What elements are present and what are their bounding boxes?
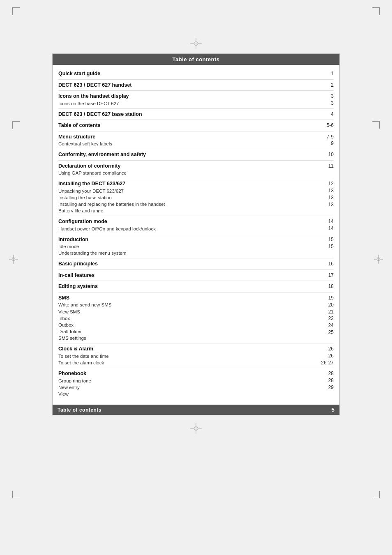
toc-right: 11 (321, 163, 334, 170)
entry-title: Introduction (58, 236, 317, 244)
entry-title: Editing systems (58, 283, 317, 290)
footer-page: 5 (332, 407, 334, 413)
entry-subtitle: Inbox (58, 315, 317, 322)
toc-left: PhonebookGroup ring toneNew entryView (58, 370, 321, 397)
corner-mark-bottom-right (372, 491, 380, 498)
entry-title: SMS (58, 295, 317, 302)
entry-title: Conformity, environment and safety (58, 151, 317, 159)
toc-entry: DECT 623 / DECT 627 handset2 (58, 80, 334, 91)
side-mark-left-top (12, 121, 20, 129)
content-box: Table of contents Quick start guide1DECT… (52, 53, 340, 415)
entry-subtitle: Installing the base station (58, 194, 317, 201)
toc-entry: Editing systems18 (58, 281, 334, 292)
toc-entry: In-call features17 (58, 270, 334, 281)
footer-label: Table of contents (58, 407, 101, 413)
toc-entry: Table of contents5-6 (58, 120, 334, 131)
entry-title: Menu structure (58, 134, 317, 141)
entry-subtitle: To set the date and time (58, 353, 317, 359)
toc-left: Conformity, environment and safety (58, 151, 321, 159)
toc-left: Configuration modeHandset power Off/On a… (58, 218, 321, 232)
entry-title: Icons on the handset display (58, 93, 317, 100)
toc-right: 192021222425 (321, 295, 334, 336)
entry-subtitle: Outbox (58, 322, 317, 328)
toc-right: 1414 (321, 218, 334, 232)
toc-body: Quick start guide1DECT 623 / DECT 627 ha… (53, 65, 339, 405)
side-mark-right-top (372, 121, 380, 129)
toc-left: DECT 623 / DECT 627 base station (58, 111, 321, 118)
entry-subtitle: Handset power Off/On and keypad lock/unl… (58, 226, 317, 232)
entry-subtitle: Unpacking your DECT 623/627 (58, 188, 317, 194)
entry-subtitle: Installing and replacing the batteries i… (58, 201, 317, 207)
entry-subtitle: Group ring tone (58, 378, 317, 384)
entry-title: Declaration of conformity (58, 163, 317, 170)
bottom-area (0, 415, 392, 506)
entry-title: DECT 623 / DECT 627 handset (58, 82, 317, 89)
entry-title: Configuration mode (58, 218, 317, 226)
toc-entry: Configuration modeHandset power Off/On a… (58, 216, 334, 234)
toc-left: Editing systems (58, 283, 321, 290)
toc-entry: SMSWrite and send new SMSView SMSInboxOu… (58, 292, 334, 343)
entry-subtitle: View (58, 391, 317, 397)
entry-subtitle: SMS settings (58, 335, 317, 341)
toc-right: 16 (321, 260, 334, 267)
side-crosshair-right (374, 255, 383, 264)
toc-entry: Basic principles16 (58, 258, 334, 270)
entry-title: Installing the DECT 623/627 (58, 180, 317, 188)
toc-left: Basic principles (58, 260, 321, 268)
toc-right: 17 (321, 272, 334, 279)
toc-entry: DECT 623 / DECT 627 base station4 (58, 109, 334, 120)
toc-left: Declaration of conformityUsing GAP stand… (58, 163, 321, 177)
entry-title: Quick start guide (58, 70, 317, 78)
toc-entry: Icons on the handset displayIcons on the… (58, 91, 334, 109)
entry-title: Clock & Alarm (58, 345, 317, 353)
entry-subtitle: New entry (58, 384, 317, 391)
entry-subtitle: Battery life and range (58, 207, 317, 214)
entry-subtitle: View SMS (58, 309, 317, 315)
toc-right: 2 (321, 82, 334, 89)
page: Table of contents Quick start guide1DECT… (0, 0, 392, 555)
entry-title: In-call features (58, 272, 317, 279)
side-crosshair-left (9, 255, 18, 264)
toc-left: Table of contents (58, 122, 321, 129)
entry-subtitle: Draft folder (58, 328, 317, 335)
entry-subtitle: Idle mode (58, 243, 317, 250)
toc-right: 4 (321, 111, 334, 118)
footer-bar: Table of contents 5 (53, 405, 339, 415)
entry-subtitle: Write and send new SMS (58, 302, 317, 308)
entry-subtitle: Contextual soft key labels (58, 140, 317, 147)
entry-subtitle: Understanding the menu system (58, 250, 317, 256)
toc-left: IntroductionIdle modeUnderstanding the m… (58, 236, 321, 257)
toc-right: 33 (321, 93, 334, 107)
toc-right: 262626-27 (321, 345, 334, 366)
entry-title: DECT 623 / DECT 627 base station (58, 111, 317, 118)
toc-entry: Declaration of conformityUsing GAP stand… (58, 161, 334, 179)
toc-left: Installing the DECT 623/627Unpacking you… (58, 180, 321, 214)
entry-subtitle: Using GAP standard compliance (58, 170, 317, 176)
header-title: Table of contents (172, 56, 219, 62)
entry-title: Phonebook (58, 370, 317, 378)
entry-subtitle: Icons on the base DECT 627 (58, 100, 317, 107)
entry-title: Basic principles (58, 260, 317, 268)
toc-left: Icons on the handset displayIcons on the… (58, 93, 321, 107)
toc-left: SMSWrite and send new SMSView SMSInboxOu… (58, 295, 321, 341)
bottom-crosshair (190, 423, 202, 434)
toc-right: 1515 (321, 236, 334, 250)
toc-entry: Clock & AlarmTo set the date and timeTo … (58, 343, 334, 368)
toc-right: 18 (321, 283, 334, 290)
toc-right: 7-99 (321, 134, 334, 147)
toc-entry: Installing the DECT 623/627Unpacking you… (58, 178, 334, 216)
toc-right: 10 (321, 151, 334, 158)
toc-entry: Conformity, environment and safety10 (58, 149, 334, 161)
top-area (0, 0, 392, 53)
corner-mark-bottom-left (12, 491, 20, 498)
toc-entry: IntroductionIdle modeUnderstanding the m… (58, 234, 334, 259)
toc-right: 5-6 (321, 122, 334, 129)
entry-title: Table of contents (58, 122, 317, 129)
toc-left: Clock & AlarmTo set the date and timeTo … (58, 345, 321, 366)
toc-left: Menu structureContextual soft key labels (58, 134, 321, 147)
header-bar: Table of contents (53, 54, 339, 65)
toc-right: 282829 (321, 370, 334, 391)
toc-left: In-call features (58, 272, 321, 279)
toc-right: 1 (321, 70, 334, 77)
toc-entry: Quick start guide1 (58, 68, 334, 80)
